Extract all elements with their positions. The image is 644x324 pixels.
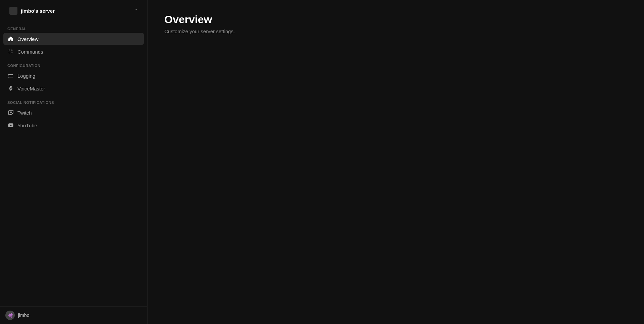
server-header[interactable]: jimbo's server ⌃ <box>4 3 143 18</box>
sidebar-item-youtube[interactable]: YouTube <box>3 119 144 131</box>
sidebar-item-overview-label: Overview <box>17 36 39 42</box>
avatar: 👾 <box>5 311 15 320</box>
command-icon <box>7 48 14 55</box>
svg-point-1 <box>8 76 9 76</box>
sidebar-item-commands-label: Commands <box>17 49 43 55</box>
server-icon <box>9 7 17 15</box>
sidebar-item-logging-label: Logging <box>17 73 35 79</box>
page-title: Overview <box>164 13 627 26</box>
section-label-general: General <box>3 21 144 33</box>
sidebar: jimbo's server ⌃ General Overview Comman… <box>0 0 148 324</box>
section-label-configuration: Configuration <box>3 58 144 70</box>
avatar-icon: 👾 <box>7 313 13 318</box>
sidebar-footer: 👾 jimbo <box>0 306 147 324</box>
sidebar-item-overview[interactable]: Overview <box>3 33 144 45</box>
username: jimbo <box>18 313 29 318</box>
server-name: jimbo's server <box>21 8 131 14</box>
sidebar-item-voicemaster-label: VoiceMaster <box>17 86 45 91</box>
svg-rect-5 <box>11 112 12 113</box>
svg-rect-4 <box>10 112 11 113</box>
youtube-icon <box>7 122 14 129</box>
sidebar-nav: General Overview Commands Configuration <box>0 21 147 306</box>
chevron-icon: ⌃ <box>135 8 138 13</box>
svg-point-0 <box>8 74 9 75</box>
sidebar-item-twitch[interactable]: Twitch <box>3 107 144 119</box>
sidebar-item-logging[interactable]: Logging <box>3 70 144 82</box>
sidebar-item-voicemaster[interactable]: VoiceMaster <box>3 82 144 94</box>
twitch-icon <box>7 109 14 116</box>
section-label-social: Social Notifications <box>3 95 144 107</box>
svg-rect-3 <box>10 86 11 88</box>
sidebar-item-twitch-label: Twitch <box>17 110 32 116</box>
list-icon <box>7 72 14 79</box>
main-content: Overview Customize your server settings. <box>148 0 644 324</box>
home-icon <box>7 36 14 42</box>
sidebar-item-youtube-label: YouTube <box>17 123 37 128</box>
mic-icon <box>7 85 14 92</box>
page-subtitle: Customize your server settings. <box>164 28 627 34</box>
svg-point-2 <box>8 77 9 78</box>
sidebar-item-commands[interactable]: Commands <box>3 46 144 58</box>
